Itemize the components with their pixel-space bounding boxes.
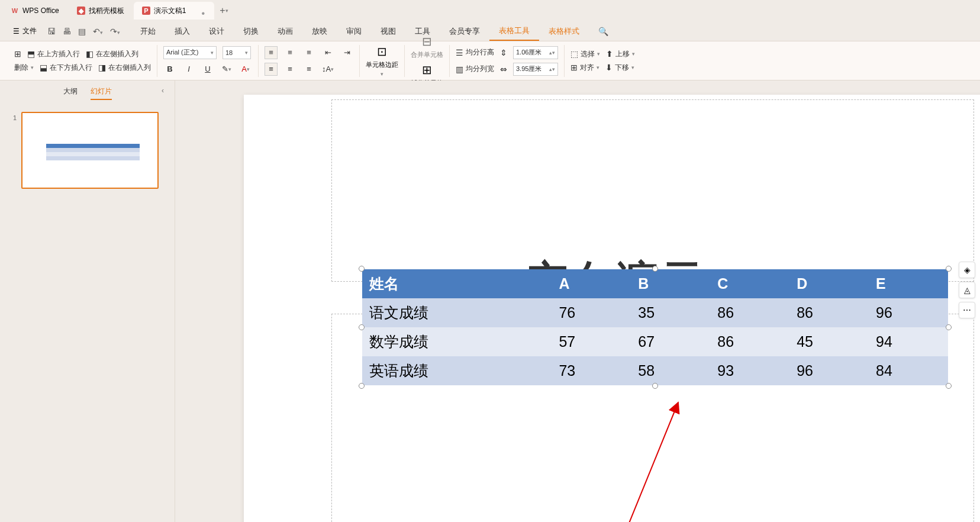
template-tab[interactable]: ◆ 找稻壳模板	[69, 2, 133, 20]
cell[interactable]: 86	[710, 298, 789, 327]
data-table[interactable]: 姓名 A B C D E 语文成绩 76 35 86 86	[362, 269, 948, 385]
th-1[interactable]: A	[552, 269, 631, 298]
floating-toolbar: ◈ ◬ ⋯	[959, 262, 975, 318]
delete-button[interactable]: ⊞	[14, 49, 21, 59]
cell[interactable]: 93	[710, 356, 789, 385]
new-tab-button[interactable]: +▾	[215, 2, 232, 19]
resize-handle[interactable]	[359, 383, 365, 389]
slide-thumbnail-1[interactable]	[21, 112, 159, 189]
canvas[interactable]: 空白演示 姓名 A B C D E 语文成绩 76	[175, 80, 980, 522]
menu-animation[interactable]: 动画	[268, 22, 302, 40]
resize-handle[interactable]	[946, 324, 952, 330]
search-icon[interactable]: 🔍	[598, 27, 608, 36]
th-5[interactable]: E	[869, 269, 948, 298]
menu-transition[interactable]: 切换	[234, 22, 268, 40]
align-top-right[interactable]: ≡	[302, 46, 315, 59]
resize-handle[interactable]	[946, 266, 952, 272]
align-mid-left[interactable]: ≡	[265, 63, 278, 76]
row-height-input[interactable]: 1.06厘米▴▾	[513, 46, 558, 59]
slides-tab[interactable]: 幻灯片	[91, 86, 112, 100]
menu-table-tools[interactable]: 表格工具	[489, 22, 539, 41]
cell[interactable]: 86	[789, 298, 869, 327]
cell[interactable]: 45	[789, 327, 869, 356]
selected-table[interactable]: 姓名 A B C D E 语文成绩 76 35 86 86	[362, 269, 948, 385]
save-icon[interactable]: 🖫	[47, 27, 56, 36]
resize-handle[interactable]	[652, 266, 658, 272]
print-icon[interactable]: 🖶	[63, 27, 71, 36]
document-tab[interactable]: P 演示文稿1 •	[134, 2, 215, 20]
menu-start[interactable]: 开始	[131, 22, 165, 40]
th-0[interactable]: 姓名	[362, 269, 552, 298]
align-top-center[interactable]: ≡	[283, 46, 296, 59]
resize-handle[interactable]	[946, 383, 952, 389]
cell[interactable]: 94	[869, 327, 948, 356]
insert-col-left[interactable]: ◧在左侧插入列	[86, 49, 138, 59]
align-button[interactable]: ⊞对齐▾	[570, 63, 599, 73]
select-button[interactable]: ⬚选择▾	[570, 49, 600, 59]
th-3[interactable]: C	[710, 269, 789, 298]
style-button[interactable]: ◬	[959, 282, 975, 298]
layers-button[interactable]: ◈	[959, 262, 975, 278]
app-tab[interactable]: W WPS Office	[2, 2, 67, 20]
delete-label[interactable]: 删除▾	[14, 63, 34, 73]
cell[interactable]: 76	[552, 298, 631, 327]
menu-review[interactable]: 审阅	[337, 22, 371, 40]
cell[interactable]: 84	[869, 356, 948, 385]
more-button[interactable]: ⋯	[959, 302, 975, 318]
cell-margin-button[interactable]: ⊡ 单元格边距▾	[366, 44, 398, 77]
resize-handle[interactable]	[652, 383, 658, 389]
th-4[interactable]: D	[789, 269, 869, 298]
cell[interactable]: 67	[631, 327, 710, 356]
print-preview-icon[interactable]: ▤	[78, 27, 86, 36]
menu-insert[interactable]: 插入	[165, 22, 199, 40]
resize-handle[interactable]	[359, 266, 365, 272]
undo-icon[interactable]: ↶▾	[93, 27, 103, 36]
font-color-button[interactable]: A▾	[239, 63, 252, 76]
distribute-cols[interactable]: ▥均分列宽	[456, 64, 494, 74]
highlight-button[interactable]: ✎▾	[220, 63, 233, 76]
cell[interactable]: 英语成绩	[362, 356, 552, 385]
col-width-input[interactable]: 3.95厘米▴▾	[513, 63, 558, 76]
align-mid-right[interactable]: ≡	[302, 63, 315, 76]
font-size-select[interactable]: 18▾	[223, 46, 251, 59]
file-menu[interactable]: ☰ 文件	[8, 24, 41, 38]
cell[interactable]: 数学成绩	[362, 327, 552, 356]
text-direction[interactable]: ↕A▾	[321, 63, 334, 76]
cell[interactable]: 96	[869, 298, 948, 327]
cell[interactable]: 73	[552, 356, 631, 385]
redo-icon[interactable]: ↷▾	[110, 27, 120, 36]
indent-decrease[interactable]: ⇤	[321, 46, 334, 59]
bold-button[interactable]: B	[163, 63, 176, 76]
insert-col-right[interactable]: ◨在右侧插入列	[98, 63, 151, 73]
th-2[interactable]: B	[631, 269, 710, 298]
cell[interactable]: 86	[710, 327, 789, 356]
font-name-select[interactable]: Arial (正文)▾	[163, 46, 217, 59]
menu-member[interactable]: 会员专享	[440, 22, 489, 40]
distribute-rows[interactable]: ☰均分行高	[456, 47, 494, 57]
underline-button[interactable]: U	[201, 63, 214, 76]
move-up-button[interactable]: ⬆上移▾	[606, 49, 635, 59]
slide[interactable]: 空白演示 姓名 A B C D E 语文成绩 76	[244, 95, 980, 522]
resize-handle[interactable]	[359, 324, 365, 330]
align-top-left[interactable]: ≡	[265, 46, 278, 59]
italic-button[interactable]: I	[182, 63, 195, 76]
cell[interactable]: 35	[631, 298, 710, 327]
align-mid-center[interactable]: ≡	[283, 63, 296, 76]
cell[interactable]: 58	[631, 356, 710, 385]
cell[interactable]: 96	[789, 356, 869, 385]
cell[interactable]: 57	[552, 327, 631, 356]
menu-view[interactable]: 视图	[371, 22, 405, 40]
menu-table-style[interactable]: 表格样式	[539, 22, 589, 40]
ribbon-group-arrange: ⬚选择▾ ⬆上移▾ ⊞对齐▾ ⬇下移▾	[565, 45, 641, 77]
outline-tab[interactable]: 大纲	[63, 86, 78, 100]
menu-slideshow[interactable]: 放映	[302, 22, 337, 40]
insert-row-below[interactable]: ⬓在下方插入行	[40, 63, 92, 73]
move-down-button[interactable]: ⬇下移▾	[605, 63, 634, 73]
merge-cells-button[interactable]: ⊟ 合并单元格	[411, 34, 443, 59]
cell[interactable]: 语文成绩	[362, 298, 552, 327]
insert-row-above[interactable]: ⬒在上方插入行	[27, 49, 80, 59]
collapse-panel-icon[interactable]: ‹	[162, 86, 164, 95]
indent-increase[interactable]: ⇥	[340, 46, 353, 59]
menu-design[interactable]: 设计	[199, 22, 234, 40]
close-tab-icon[interactable]: •	[201, 8, 206, 13]
